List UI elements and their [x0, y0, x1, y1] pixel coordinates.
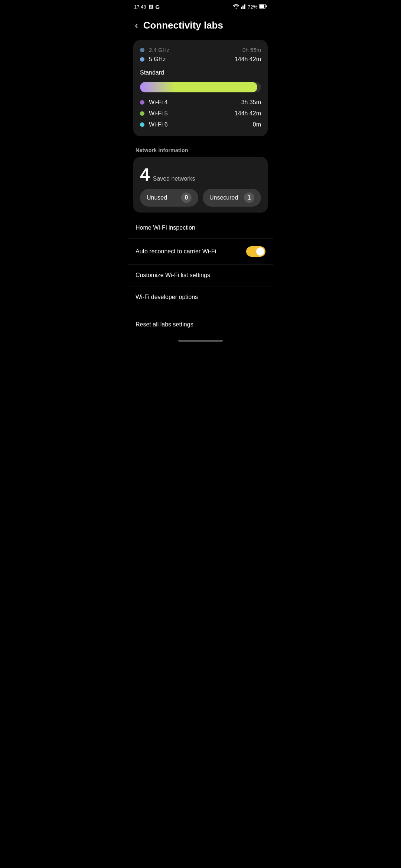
auto-reconnect-toggle[interactable] [246, 246, 265, 257]
photo-icon: 🖼 [149, 4, 153, 10]
wifi-dev-label: Wi-Fi developer options [136, 294, 198, 300]
unsecured-pill-label: Unsecured [209, 194, 238, 201]
status-time: 17:48 [134, 4, 146, 10]
freq-dot-5ghz [140, 57, 144, 62]
wifi4-row: Wi-Fi 4 3h 35m [140, 97, 261, 108]
unsecured-pill[interactable]: Unsecured 1 [203, 189, 261, 207]
freq-5ghz-row: 5 GHz 144h 42m [140, 54, 261, 65]
settings-list: Home Wi-Fi inspection Auto reconnect to … [128, 217, 273, 308]
freq-clipped-time: 0h 55m [242, 47, 261, 53]
freq-clipped-row: 2.4 GHz 0h 55m [140, 45, 261, 54]
unused-pill-label: Unused [147, 194, 167, 201]
wifi-dev-item[interactable]: Wi-Fi developer options [128, 286, 273, 308]
svg-rect-7 [266, 6, 267, 7]
google-icon: G [156, 4, 160, 10]
battery-text: 72% [248, 4, 257, 10]
svg-point-0 [235, 8, 237, 9]
auto-reconnect-label: Auto reconnect to carrier Wi-Fi [136, 248, 216, 255]
frequency-card: 2.4 GHz 0h 55m 5 GHz 144h 42m Standard W… [133, 40, 268, 136]
back-button[interactable]: ‹ [132, 18, 141, 33]
reset-section[interactable]: Reset all labs settings [128, 314, 273, 335]
svg-rect-3 [244, 4, 245, 9]
wifi6-label: Wi-Fi 6 [149, 121, 168, 128]
unused-pill-count: 0 [181, 193, 192, 203]
wifi5-dot [140, 111, 144, 116]
status-right: 72% [233, 4, 267, 10]
standard-label: Standard [140, 65, 261, 79]
battery-icon [259, 4, 267, 10]
saved-count-label: Saved networks [153, 175, 195, 182]
home-bar-line [178, 340, 223, 342]
wifi5-time: 144h 42m [235, 110, 261, 117]
network-info-card: 4 Saved networks Unused 0 Unsecured 1 [133, 157, 268, 213]
wifi4-label: Wi-Fi 4 [149, 99, 168, 106]
wifi5-label: Wi-Fi 5 [149, 110, 168, 117]
wifi-progress-bar [140, 82, 261, 92]
status-left: 17:48 🖼 G [134, 4, 160, 10]
freq-clipped-label: 2.4 GHz [149, 47, 169, 53]
svg-rect-4 [245, 4, 246, 9]
home-bar [128, 335, 273, 345]
wifi-progress-fill [140, 82, 257, 92]
wifi5-row: Wi-Fi 5 144h 42m [140, 108, 261, 119]
svg-rect-1 [241, 7, 242, 9]
status-bar: 17:48 🖼 G 72% [128, 0, 273, 12]
svg-rect-2 [242, 6, 244, 9]
network-info-section-title: Network information [128, 141, 273, 157]
home-wifi-item[interactable]: Home Wi-Fi inspection [128, 217, 273, 239]
freq-dot-clipped [140, 48, 144, 52]
saved-count-number: 4 [140, 166, 150, 184]
wifi6-dot [140, 122, 144, 127]
wifi4-time: 3h 35m [241, 99, 261, 106]
pills-row: Unused 0 Unsecured 1 [140, 189, 261, 207]
customize-wifi-label: Customize Wi-Fi list settings [136, 272, 210, 279]
freq-5ghz-time: 144h 42m [235, 56, 261, 63]
freq-5ghz-label: 5 GHz [149, 56, 166, 63]
page-title: Connectivity labs [143, 20, 223, 31]
unused-pill[interactable]: Unused 0 [140, 189, 198, 207]
unsecured-pill-count: 1 [244, 193, 254, 203]
page-header: ‹ Connectivity labs [128, 12, 273, 40]
wifi6-row: Wi-Fi 6 0m [140, 119, 261, 130]
home-wifi-label: Home Wi-Fi inspection [136, 224, 195, 231]
wifi-icon [233, 4, 239, 10]
toggle-thumb [256, 247, 264, 256]
toggle-track [246, 246, 265, 257]
customize-wifi-item[interactable]: Customize Wi-Fi list settings [128, 264, 273, 286]
wifi6-time: 0m [253, 121, 261, 128]
auto-reconnect-item[interactable]: Auto reconnect to carrier Wi-Fi [128, 239, 273, 264]
signal-icon [241, 4, 246, 10]
saved-networks-row: 4 Saved networks [140, 162, 261, 189]
reset-label: Reset all labs settings [136, 321, 193, 328]
wifi4-dot [140, 100, 144, 105]
svg-rect-6 [260, 5, 264, 8]
